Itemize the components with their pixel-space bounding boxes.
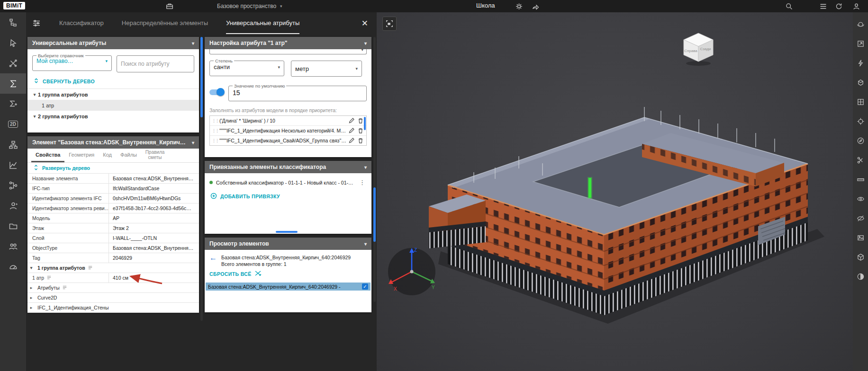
close-icon[interactable]: ✕ [362, 18, 368, 28]
group-menu-icon[interactable] [88, 265, 93, 271]
attribute-search-input[interactable] [117, 55, 194, 72]
lightning-icon[interactable] [856, 59, 865, 67]
cropped-dropdown[interactable]: ▾ [209, 49, 367, 54]
line-chart-icon[interactable] [0, 155, 26, 175]
elements-view-header[interactable]: Просмотр элементов ▾ [205, 238, 371, 250]
drag-handle-icon[interactable]: ⋮⋮ [212, 128, 217, 133]
gear-icon[interactable] [514, 1, 524, 11]
user-sync-icon[interactable] [0, 195, 26, 216]
share-icon[interactable] [531, 1, 540, 11]
classifier-bindings-header[interactable]: Привязанные элементы классификатора ▾ [205, 161, 371, 173]
2d-icon[interactable]: 2D [0, 114, 26, 134]
grid-icon[interactable] [856, 97, 865, 106]
delete-trash-icon[interactable] [357, 117, 364, 124]
default-value-field[interactable]: Значение по умолчанию 15 [228, 83, 367, 101]
orbit-icon[interactable] [856, 20, 865, 28]
eye-icon[interactable] [856, 194, 865, 203]
scrollbar-column-1[interactable] [200, 37, 203, 321]
element-panel-header[interactable]: Элемент "Базовая стена:ADSK_Внутренняя_К… [27, 136, 199, 149]
gauge-icon[interactable] [0, 256, 26, 277]
drag-handle-icon[interactable]: ⋮⋮ [212, 138, 217, 143]
scissors-icon[interactable] [856, 156, 865, 164]
branch-icon[interactable] [0, 175, 26, 195]
org-chart-icon[interactable] [0, 134, 26, 155]
tab-geometry[interactable]: Геометрия [64, 149, 99, 162]
priority-list-item[interactable]: ⋮⋮ ('Длина' * 'Ширина' ) / 10 [210, 116, 366, 126]
default-value-input[interactable]: 15 [233, 89, 362, 97]
structure-tree-icon[interactable] [0, 12, 26, 33]
element-result-row[interactable]: Базовая стена:ADSK_Внутренняя_Кирпич_640… [206, 283, 371, 291]
back-arrow-icon[interactable]: ← [209, 254, 217, 267]
unit-dropdown[interactable]: метр ▾ [291, 61, 362, 77]
tree-group-1[interactable]: ▾ 1 группа атрибутов [27, 89, 199, 100]
eye-off-icon[interactable] [856, 214, 865, 222]
cube-face-label-left[interactable]: Справа [684, 49, 697, 53]
attribute-group-row[interactable]: ▾ 1 группа атрибутов [27, 263, 199, 273]
collapse-tree-button[interactable]: СВЕРНУТЬ ДЕРЕВО [33, 78, 199, 85]
tab-unallocated-elements[interactable]: Нераспределённые элементы [122, 12, 208, 34]
default-value-toggle[interactable] [209, 89, 224, 95]
tree-item-1-atr[interactable]: 1 атр [27, 100, 199, 111]
frame-arrow-icon[interactable] [856, 39, 865, 48]
palette-icon[interactable] [856, 272, 865, 281]
collapsed-row-curve2d[interactable]: ▸ Curve2D [27, 293, 199, 303]
tab-code[interactable]: Код [99, 149, 116, 162]
horizontal-scrollbar[interactable] [276, 231, 298, 233]
add-binding-button[interactable]: ДОБАВИТЬ ПРИВЯЗКУ [210, 193, 371, 200]
edit-pencil-icon[interactable] [348, 137, 355, 144]
edit-pencil-icon[interactable] [348, 117, 355, 124]
directory-dropdown[interactable]: Выберите справочник Мой справо…▾ [32, 53, 112, 71]
cube-face-label-right[interactable]: Сзади [700, 47, 711, 51]
search-icon[interactable] [784, 1, 794, 11]
selection-region-tool[interactable] [382, 17, 397, 31]
workspace-selector[interactable]: Базовое пространство ▾ [212, 0, 287, 12]
sigma-icon[interactable] [0, 73, 26, 94]
priority-list-item[interactable]: ⋮⋮ """"IFC_1_Идентификация Несколько кат… [210, 126, 366, 136]
degree-dropdown[interactable]: Степень санти▾ [209, 58, 284, 76]
edit-pencil-icon[interactable] [348, 127, 355, 134]
section-cube-icon[interactable] [856, 78, 865, 87]
delete-trash-icon[interactable] [357, 127, 364, 134]
reset-all-button[interactable]: СБРОСИТЬ ВСЁ [209, 271, 371, 277]
tune-icon[interactable] [32, 18, 41, 28]
kebab-menu-icon[interactable]: ⋮ [358, 179, 367, 186]
tab-classifier[interactable]: Классификатор [59, 12, 104, 34]
expand-tree-button[interactable]: Развернуть дерево [27, 163, 199, 173]
binding-list-item[interactable]: Собственный классификатор - 01-1-1 - Нов… [205, 173, 371, 186]
tab-properties[interactable]: Свойства [31, 149, 64, 162]
folder-share-icon[interactable] [0, 216, 26, 236]
select-cursor-icon[interactable] [0, 33, 26, 53]
viewport-3d[interactable]: Справа Сзади X Y Z [377, 12, 853, 371]
priority-list-scrollbar[interactable] [364, 117, 366, 130]
attribute-value-cell[interactable]: 410 см [109, 275, 199, 281]
tab-universal-attributes[interactable]: Универсальные атрибуты [226, 12, 299, 34]
building-model[interactable] [377, 12, 853, 371]
drag-handle-icon[interactable]: ⋮⋮ [212, 118, 217, 123]
delete-trash-icon[interactable] [357, 137, 364, 144]
universal-attributes-header[interactable]: Универсальные атрибуты ▾ [27, 37, 199, 49]
list-icon[interactable] [818, 1, 828, 11]
briefcase-icon[interactable] [165, 1, 174, 11]
crosshair-icon[interactable] [856, 117, 865, 125]
attribute-settings-header[interactable]: Настройка атрибута "1 атр" ▾ [205, 37, 371, 49]
priority-list-item[interactable]: ⋮⋮ """"IFC_1_Идентификация_Свай/ADSK_Гру… [210, 136, 366, 146]
users-icon[interactable] [0, 236, 26, 256]
user-icon[interactable] [851, 1, 861, 11]
sync-icon[interactable] [834, 1, 843, 11]
tree-group-2[interactable]: ▾ 2 группа атрибутов [27, 111, 199, 122]
collapsed-row-ifc-identification[interactable]: ▸ IFC_1_Идентификация_Стены [27, 303, 199, 313]
ruler-icon[interactable] [856, 175, 865, 184]
collapsed-row-attributes[interactable]: ▸ Атрибуты [27, 283, 199, 293]
connections-icon[interactable] [0, 53, 26, 73]
attr-menu-icon[interactable] [46, 275, 52, 281]
tab-files[interactable]: Файлы [116, 149, 141, 162]
cube-icon[interactable] [856, 253, 865, 261]
scrollbar-column-2[interactable] [373, 37, 376, 302]
image-icon[interactable] [856, 233, 865, 242]
navigation-cube[interactable]: Справа Сзади [678, 28, 719, 68]
checkbox-checked[interactable]: ✓ [362, 283, 368, 290]
tab-estimate-rules[interactable]: Правила сметы [141, 149, 169, 162]
axis-gizmo[interactable]: X Y Z [384, 244, 439, 299]
sigma-plus-icon[interactable] [0, 94, 26, 114]
compass-icon[interactable] [856, 136, 865, 145]
